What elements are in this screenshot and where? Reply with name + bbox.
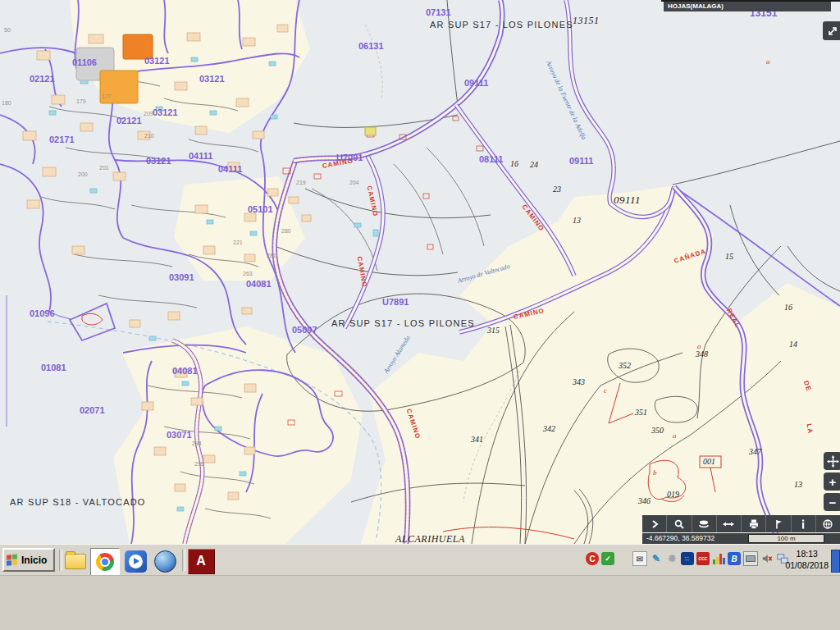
quicklaunch-browser-globe[interactable] (153, 549, 177, 573)
tray-snowflake-icon[interactable]: ❋ (665, 552, 678, 565)
quicklaunch-media-player[interactable] (123, 549, 148, 573)
tray-cleaner-icon[interactable]: C (586, 552, 599, 565)
taskbar: Inicio A C ✓ ✉ ✎ ❋ ∷ CCC B (0, 544, 840, 576)
tray-pen-icon[interactable]: ✎ (650, 552, 663, 565)
sheet-header: HOJAS(MALAGA) (664, 2, 831, 11)
muted-speaker-icon (761, 553, 773, 564)
printer-icon (748, 518, 760, 530)
globe-browser-icon (154, 550, 176, 573)
acrobat-icon: A (188, 549, 215, 574)
tray-clock[interactable]: 18:13 01/08/2018 (785, 548, 829, 571)
desktop-filler (0, 575, 840, 630)
expand-button[interactable] (823, 21, 840, 40)
tray-antivirus-icon[interactable]: ✓ (601, 552, 614, 565)
clock-time: 18:13 (785, 548, 829, 559)
expand-icon (827, 25, 838, 37)
pan-button[interactable] (824, 452, 840, 470)
tray-ccc-icon[interactable]: CCC (696, 552, 710, 565)
tray-bluetooth-icon[interactable]: B (728, 552, 741, 565)
map-toolbar (642, 515, 840, 532)
double-arrow-icon (723, 518, 734, 530)
map-statusbar: -4.667290, 36.589732 100 m (642, 533, 840, 544)
layers-button[interactable] (692, 515, 716, 532)
chrome-icon (96, 553, 114, 571)
map-canvas (0, 0, 840, 544)
tray-desktop-grid-icon[interactable] (617, 552, 630, 565)
tray-mail-icon[interactable]: ✉ (632, 551, 647, 566)
quicklaunch-chrome[interactable] (90, 548, 120, 576)
tray-edge-icon[interactable] (831, 550, 840, 573)
quicklaunch-file-explorer[interactable] (63, 549, 88, 573)
clock-date: 01/08/2018 (785, 559, 829, 571)
media-player-icon (125, 550, 147, 573)
windows-logo-icon (7, 554, 19, 567)
start-button[interactable]: Inicio (2, 548, 55, 572)
scale-bar: 100 m (748, 534, 824, 543)
measure-button[interactable] (717, 515, 741, 532)
layers-icon (698, 518, 710, 530)
zoom-in-button[interactable]: + (824, 472, 840, 491)
map-viewport[interactable]: 0110602121031210312103121021210217103121… (0, 0, 840, 544)
info-button[interactable] (792, 515, 815, 532)
system-tray: C ✓ ✉ ✎ ❋ ∷ CCC B (586, 551, 789, 566)
pan-icon (827, 455, 839, 468)
chevron-right-icon (649, 518, 660, 530)
folder-icon (65, 554, 86, 569)
print-button[interactable] (742, 515, 765, 532)
taskbar-separator (59, 550, 62, 571)
tray-chart-icon[interactable] (712, 552, 725, 565)
taskbar-separator-2 (182, 550, 185, 571)
sheet-header-title: HOJAS(MALAGA) (668, 2, 724, 10)
coordinates-readout: -4.667290, 36.589732 (642, 534, 714, 542)
desktop: 0110602121031210312103121021210217103121… (0, 0, 840, 630)
tray-print-queue-icon[interactable] (743, 551, 758, 566)
tray-volume-muted-icon[interactable] (760, 552, 774, 565)
magnifier-icon (673, 518, 685, 530)
flag-icon (773, 518, 784, 530)
web-services-button[interactable] (816, 515, 840, 532)
zoom-out-button[interactable]: − (824, 493, 840, 511)
zoom-search-button[interactable] (667, 515, 691, 532)
tray-led-panel-icon[interactable]: ∷ (681, 552, 694, 565)
quicklaunch-acrobat[interactable]: A (187, 549, 215, 573)
poi-flag-button[interactable] (766, 515, 790, 532)
info-icon (797, 518, 809, 530)
start-label: Inicio (21, 555, 47, 566)
globe-icon (822, 518, 833, 530)
pan-mode-button[interactable] (642, 515, 666, 532)
scale-label: 100 m (777, 535, 795, 542)
